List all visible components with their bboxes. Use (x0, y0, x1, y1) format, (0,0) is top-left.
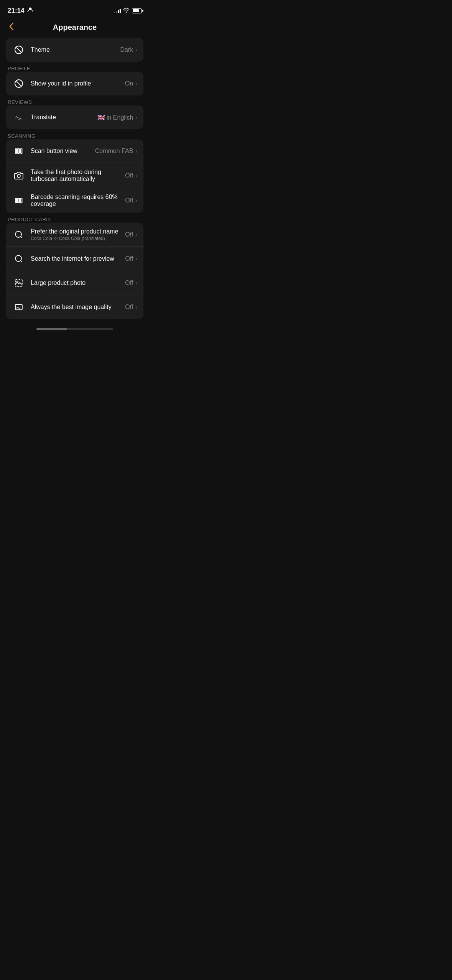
svg-rect-7 (15, 149, 16, 153)
large-product-photo-title: Large product photo (31, 280, 125, 286)
signal-icon (114, 8, 121, 13)
barcode-coverage-value: Off › (125, 197, 137, 204)
barcode-coverage-content: Barcode scanning requires 60% coverage (31, 194, 125, 207)
theme-title: Theme (31, 46, 120, 53)
search-internet-icon (12, 252, 25, 265)
product-card-group: Prefer the original product name Coca Co… (6, 223, 143, 319)
reviews-group: A あ Translate 🇬🇧 in English › (6, 105, 143, 129)
scan-button-view-content: Scan button view (31, 148, 95, 155)
best-image-quality-content: Always the best image quality (31, 304, 125, 311)
large-product-photo-content: Large product photo (31, 280, 125, 286)
page-title: Appearance (53, 23, 97, 32)
svg-line-2 (16, 48, 21, 52)
scroll-indicator (0, 322, 150, 336)
search-internet-preview-row[interactable]: Search the internet for preview Off › (6, 247, 143, 271)
scan-button-view-row[interactable]: Scan button view Common FAB › (6, 139, 143, 163)
barcode-coverage-icon (12, 194, 25, 207)
scanning-group: Scan button view Common FAB › Take the f… (6, 139, 143, 213)
svg-rect-13 (15, 198, 16, 203)
translate-row[interactable]: A あ Translate 🇬🇧 in English › (6, 105, 143, 129)
svg-rect-17 (21, 198, 22, 203)
svg-point-20 (15, 255, 21, 261)
scan-button-view-value: Common FAB › (95, 148, 137, 155)
translate-content: Translate (31, 114, 97, 121)
large-product-photo-row[interactable]: Large product photo Off › (6, 271, 143, 295)
original-product-name-title: Prefer the original product name (31, 228, 125, 235)
best-image-quality-row[interactable]: HQ Always the best image quality Off › (6, 295, 143, 319)
translate-chevron: › (135, 114, 137, 120)
theme-group: Theme Dark › (6, 38, 143, 62)
best-image-quality-title: Always the best image quality (31, 304, 125, 311)
translate-value: 🇬🇧 in English › (97, 114, 138, 121)
theme-content: Theme (31, 46, 120, 53)
turboscan-photo-chevron: › (135, 173, 137, 179)
barcode-coverage-row[interactable]: Barcode scanning requires 60% coverage O… (6, 188, 143, 213)
svg-rect-16 (20, 198, 21, 203)
search-internet-preview-chevron: › (135, 256, 137, 262)
large-product-photo-chevron: › (135, 280, 137, 286)
hq-icon: HQ (12, 301, 25, 314)
show-id-row[interactable]: Show your id in profile On › (6, 72, 143, 95)
camera-icon (12, 169, 25, 182)
svg-rect-15 (18, 198, 20, 203)
svg-line-21 (21, 261, 22, 262)
profile-group: Show your id in profile On › (6, 72, 143, 95)
barcode-coverage-chevron: › (135, 197, 137, 204)
svg-line-19 (21, 237, 22, 238)
svg-rect-9 (18, 149, 20, 153)
original-product-name-row[interactable]: Prefer the original product name Coca Co… (6, 223, 143, 247)
theme-value: Dark › (120, 46, 137, 53)
status-bar: 21:14 (0, 0, 150, 19)
svg-text:A: A (15, 115, 18, 119)
svg-rect-8 (17, 149, 18, 153)
original-product-name-icon (12, 228, 25, 241)
turboscan-photo-title: Take the first photo during turboscan au… (31, 169, 125, 183)
battery-icon (132, 8, 142, 13)
wifi-icon (123, 7, 130, 14)
show-id-icon (12, 77, 25, 90)
original-product-name-value: Off › (125, 231, 137, 238)
scan-button-view-icon (12, 145, 25, 158)
svg-rect-10 (20, 149, 21, 153)
search-internet-preview-value: Off › (125, 255, 137, 262)
turboscan-photo-row[interactable]: Take the first photo during turboscan au… (6, 163, 143, 188)
theme-icon (12, 43, 25, 56)
search-internet-preview-title: Search the internet for preview (31, 255, 125, 262)
turboscan-photo-value: Off › (125, 172, 137, 179)
svg-rect-14 (17, 198, 18, 203)
show-id-content: Show your id in profile (31, 80, 125, 87)
scroll-bar (36, 328, 113, 330)
back-button[interactable] (6, 21, 17, 35)
original-product-name-chevron: › (135, 232, 137, 238)
scan-button-view-chevron: › (135, 148, 137, 154)
status-time: 21:14 (8, 7, 24, 15)
scan-button-view-title: Scan button view (31, 148, 95, 155)
scroll-thumb (36, 328, 67, 330)
barcode-coverage-title: Barcode scanning requires 60% coverage (31, 194, 125, 207)
original-product-name-subtitle: Coca Cola -> Coca Cola (translated) (31, 236, 125, 241)
header: Appearance (0, 19, 150, 38)
search-internet-preview-content: Search the internet for preview (31, 255, 125, 262)
theme-row[interactable]: Theme Dark › (6, 38, 143, 62)
best-image-quality-value: Off › (125, 304, 137, 311)
translate-title: Translate (31, 114, 97, 121)
svg-point-12 (17, 174, 20, 178)
status-left: 21:14 (8, 7, 33, 15)
show-id-title: Show your id in profile (31, 80, 125, 87)
translate-icon: A あ (12, 111, 25, 124)
show-id-value: On › (125, 80, 137, 87)
original-product-name-content: Prefer the original product name Coca Co… (31, 228, 125, 241)
large-product-photo-icon (12, 276, 25, 289)
best-image-quality-chevron: › (135, 304, 137, 310)
settings-container: Theme Dark › PROFILE Show your id in pro… (0, 38, 150, 339)
show-id-chevron: › (135, 81, 137, 87)
svg-text:あ: あ (18, 117, 21, 120)
large-product-photo-value: Off › (125, 280, 137, 286)
svg-text:HQ: HQ (16, 306, 21, 309)
status-right (114, 7, 142, 14)
svg-line-4 (16, 81, 21, 86)
theme-chevron: › (135, 47, 137, 53)
svg-point-23 (17, 281, 18, 282)
person-icon (27, 7, 33, 15)
svg-rect-11 (21, 149, 22, 153)
